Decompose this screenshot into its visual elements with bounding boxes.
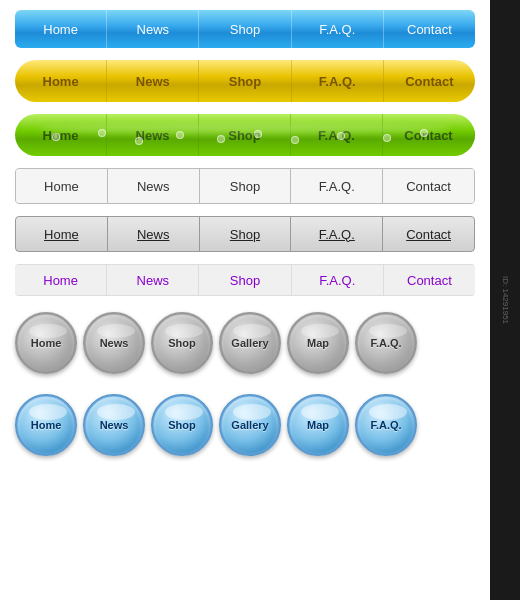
nav-flat-faq[interactable]: F.A.Q. — [291, 169, 383, 203]
nav-yellow-contact[interactable]: Contact — [384, 60, 475, 102]
nav-flat: Home News Shop F.A.Q. Contact — [15, 168, 475, 204]
nav-blue: Home News Shop F.A.Q. Contact — [15, 10, 475, 48]
nav-blue-news[interactable]: News — [107, 10, 199, 48]
nav-underline-faq[interactable]: F.A.Q. — [291, 217, 383, 251]
circle-gray-faq[interactable]: F.A.Q. — [355, 312, 417, 374]
nav-yellow-news[interactable]: News — [107, 60, 199, 102]
nav-yellow-home[interactable]: Home — [15, 60, 107, 102]
nav-purple: Home News Shop F.A.Q. Contact — [15, 264, 475, 296]
circle-gray-shop-label: Shop — [168, 337, 196, 349]
circle-gray-map[interactable]: Map — [287, 312, 349, 374]
nav-purple-contact[interactable]: Contact — [384, 265, 475, 295]
nav-underline-contact[interactable]: Contact — [383, 217, 474, 251]
nav-purple-shop[interactable]: Shop — [199, 265, 291, 295]
nav-underline: Home News Shop F.A.Q. Contact — [15, 216, 475, 252]
nav-underline-news[interactable]: News — [108, 217, 200, 251]
circle-blue-shop[interactable]: Shop — [151, 394, 213, 456]
nav-yellow-shop[interactable]: Shop — [199, 60, 291, 102]
circle-blue-home[interactable]: Home — [15, 394, 77, 456]
circle-blue-home-label: Home — [31, 419, 62, 431]
nav-underline-shop[interactable]: Shop — [200, 217, 292, 251]
circle-gray-home[interactable]: Home — [15, 312, 77, 374]
circle-row-blue: Home News Shop Gallery Map F.A.Q. — [15, 390, 475, 460]
circle-blue-faq[interactable]: F.A.Q. — [355, 394, 417, 456]
circle-blue-map[interactable]: Map — [287, 394, 349, 456]
nav-blue-home[interactable]: Home — [15, 10, 107, 48]
circle-blue-shop-label: Shop — [168, 419, 196, 431]
circle-blue-map-label: Map — [307, 419, 329, 431]
circle-gray-news-label: News — [100, 337, 129, 349]
nav-green-news[interactable]: News — [107, 114, 199, 156]
circle-gray-shop[interactable]: Shop — [151, 312, 213, 374]
watermark-id: ID: 14291951 — [501, 276, 510, 324]
circle-blue-gallery[interactable]: Gallery — [219, 394, 281, 456]
nav-purple-home[interactable]: Home — [15, 265, 107, 295]
nav-purple-faq[interactable]: F.A.Q. — [292, 265, 384, 295]
circle-gray-map-label: Map — [307, 337, 329, 349]
nav-blue-shop[interactable]: Shop — [199, 10, 291, 48]
circle-blue-news-label: News — [100, 419, 129, 431]
circle-blue-news[interactable]: News — [83, 394, 145, 456]
circle-gray-gallery[interactable]: Gallery — [219, 312, 281, 374]
nav-flat-shop[interactable]: Shop — [200, 169, 292, 203]
circle-gray-home-label: Home — [31, 337, 62, 349]
main-content: Home News Shop F.A.Q. Contact Home News … — [0, 0, 490, 600]
nav-underline-home[interactable]: Home — [16, 217, 108, 251]
nav-green-home[interactable]: Home — [15, 114, 107, 156]
circle-row-gray: Home News Shop Gallery Map F.A.Q. — [15, 308, 475, 378]
nav-flat-contact[interactable]: Contact — [383, 169, 474, 203]
nav-purple-news[interactable]: News — [107, 265, 199, 295]
circle-blue-gallery-label: Gallery — [231, 419, 268, 431]
nav-green-contact[interactable]: Contact — [383, 114, 475, 156]
circle-gray-faq-label: F.A.Q. — [370, 337, 401, 349]
nav-flat-home[interactable]: Home — [16, 169, 108, 203]
nav-flat-news[interactable]: News — [108, 169, 200, 203]
circle-gray-gallery-label: Gallery — [231, 337, 268, 349]
nav-yellow-faq[interactable]: F.A.Q. — [292, 60, 384, 102]
nav-green: Home News Shop F.A.Q. Contact — [15, 114, 475, 156]
circle-gray-news[interactable]: News — [83, 312, 145, 374]
nav-yellow: Home News Shop F.A.Q. Contact — [15, 60, 475, 102]
watermark-sidebar: ID: 14291951 — [490, 0, 520, 600]
nav-blue-contact[interactable]: Contact — [384, 10, 475, 48]
nav-blue-faq[interactable]: F.A.Q. — [292, 10, 384, 48]
nav-green-faq[interactable]: F.A.Q. — [291, 114, 383, 156]
nav-green-shop[interactable]: Shop — [199, 114, 291, 156]
circle-blue-faq-label: F.A.Q. — [370, 419, 401, 431]
